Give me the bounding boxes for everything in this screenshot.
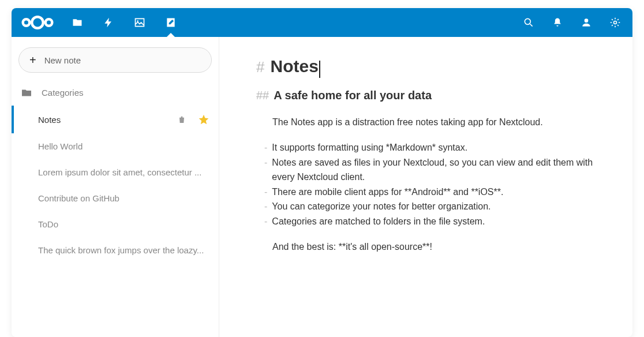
h2-text[interactable]: A safe home for all your data xyxy=(274,89,432,102)
new-note-button[interactable]: + New note xyxy=(18,47,212,73)
nav-notes[interactable] xyxy=(157,9,185,36)
app-window: + New note Categories Notes Hello World xyxy=(12,8,632,337)
svg-point-2 xyxy=(46,19,53,26)
plus-icon: + xyxy=(29,54,36,67)
editor-bullet[interactable]: Categories are matched to folders in the… xyxy=(264,214,608,229)
svg-point-6 xyxy=(614,21,617,24)
editor-bullet-list: It supports formatting using *Markdown* … xyxy=(264,140,608,229)
folder-icon xyxy=(21,88,32,98)
topbar-right xyxy=(516,10,628,35)
editor-h1: # Notes xyxy=(256,57,608,76)
editor-bullet[interactable]: You can categorize your notes for better… xyxy=(264,199,608,214)
gear-icon xyxy=(609,17,621,28)
sidebar: + New note Categories Notes Hello World xyxy=(12,37,219,337)
star-icon[interactable] xyxy=(198,114,209,125)
picture-icon xyxy=(134,17,145,28)
note-item-notes[interactable]: Notes xyxy=(12,106,219,133)
note-title: ToDo xyxy=(38,219,209,229)
nav-files[interactable] xyxy=(63,9,91,36)
lightning-icon xyxy=(103,17,114,28)
bell-icon xyxy=(552,17,563,28)
note-list: Notes Hello World Lorem ipsum dolor sit … xyxy=(12,106,219,263)
editor-bullet[interactable]: It supports formatting using *Markdown* … xyxy=(264,140,608,155)
folder-icon xyxy=(72,17,83,28)
note-title: Contribute on GitHub xyxy=(38,193,209,203)
note-title: Notes xyxy=(38,115,173,125)
notifications-button[interactable] xyxy=(545,10,570,35)
note-title: Lorem ipsum dolor sit amet, consectetur … xyxy=(38,167,209,177)
editor[interactable]: # Notes ## A safe home for all your data… xyxy=(219,37,632,337)
editor-closing[interactable]: And the best is: **it's all open-source*… xyxy=(272,242,608,252)
topbar xyxy=(12,8,632,37)
nav-activity[interactable] xyxy=(95,9,122,36)
editor-bullet[interactable]: Notes are saved as files in your Nextclo… xyxy=(264,155,608,185)
note-title: Hello World xyxy=(38,141,209,151)
note-item[interactable]: The quick brown fox jumps over the loazy… xyxy=(12,237,219,263)
categories-label: Categories xyxy=(42,88,84,98)
app-body: + New note Categories Notes Hello World xyxy=(12,37,632,337)
note-item[interactable]: Contribute on GitHub xyxy=(12,185,219,211)
h2-marker: ## xyxy=(256,89,269,102)
person-icon xyxy=(581,17,592,28)
settings-button[interactable] xyxy=(602,10,628,35)
contacts-button[interactable] xyxy=(574,10,599,35)
trash-icon[interactable] xyxy=(177,114,186,125)
note-pencil-icon xyxy=(165,17,177,28)
svg-point-5 xyxy=(585,18,589,23)
editor-intro[interactable]: The Notes app is a distraction free note… xyxy=(272,117,608,128)
search-button[interactable] xyxy=(516,10,541,35)
search-icon xyxy=(523,17,534,28)
nextcloud-logo[interactable] xyxy=(20,13,55,32)
svg-point-1 xyxy=(32,17,43,28)
new-note-label: New note xyxy=(44,55,81,65)
note-item[interactable]: ToDo xyxy=(12,211,219,237)
nav-gallery[interactable] xyxy=(126,9,153,36)
editor-bullet[interactable]: There are mobile client apps for **Andro… xyxy=(264,185,608,200)
editor-h2: ## A safe home for all your data xyxy=(256,89,608,102)
categories-button[interactable]: Categories xyxy=(12,82,219,103)
note-item-actions xyxy=(177,114,209,125)
note-item[interactable]: Lorem ipsum dolor sit amet, consectetur … xyxy=(12,159,219,185)
svg-point-0 xyxy=(23,19,30,26)
note-item[interactable]: Hello World xyxy=(12,133,219,159)
h1-text[interactable]: Notes xyxy=(270,57,320,76)
h1-marker: # xyxy=(256,58,264,76)
nav-icons xyxy=(63,9,185,36)
svg-point-4 xyxy=(525,18,530,24)
note-title: The quick brown fox jumps over the loazy… xyxy=(38,245,209,255)
svg-point-3 xyxy=(137,20,138,22)
